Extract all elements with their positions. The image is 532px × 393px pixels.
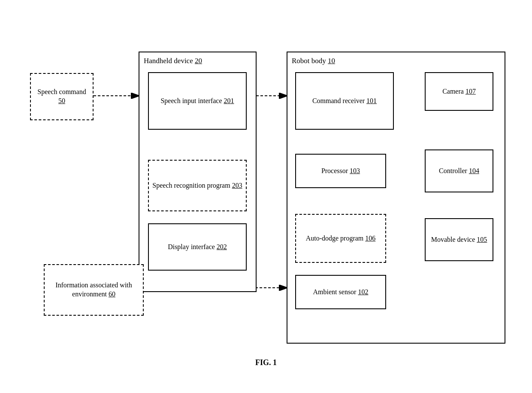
- movable-device-box: Movable device 105: [425, 218, 493, 261]
- processor-box: Processor 103: [295, 154, 386, 188]
- speech-input-interface-box: Speech input interface 201: [148, 72, 247, 130]
- command-receiver-box: Command receiver 101: [295, 72, 394, 130]
- speech-recognition-label: Speech recognition program 203: [152, 181, 242, 190]
- display-interface-label: Display interface 202: [168, 243, 227, 252]
- ambient-sensor-box: Ambient sensor 102: [295, 275, 386, 309]
- camera-label: Camera 107: [442, 87, 476, 96]
- speech-input-label: Speech input interface 201: [160, 97, 234, 106]
- figure-caption: FIG. 1: [255, 358, 277, 367]
- display-interface-box: Display interface 202: [148, 223, 247, 271]
- ambient-sensor-label: Ambient sensor 102: [313, 288, 369, 297]
- handheld-device-label: Handheld device 20: [144, 57, 202, 65]
- controller-box: Controller 104: [425, 149, 493, 192]
- robot-body-label: Robot body 10: [292, 57, 335, 65]
- speech-command-box: Speech command 50: [30, 73, 94, 120]
- speech-recognition-box: Speech recognition program 203: [148, 160, 247, 211]
- controller-label: Controller 104: [439, 167, 479, 176]
- auto-dodge-label: Auto-dodge program 106: [306, 234, 376, 243]
- processor-label: Processor 103: [321, 167, 360, 176]
- camera-box: Camera 107: [425, 72, 493, 111]
- info-environment-label: Information associated with environment …: [45, 281, 143, 299]
- auto-dodge-box: Auto-dodge program 106: [295, 214, 386, 263]
- command-receiver-label: Command receiver 101: [312, 97, 377, 106]
- info-environment-box: Information associated with environment …: [44, 264, 144, 316]
- speech-command-label: Speech command: [37, 88, 86, 97]
- speech-command-number: 50: [58, 97, 65, 106]
- movable-device-label: Movable device 105: [431, 235, 487, 244]
